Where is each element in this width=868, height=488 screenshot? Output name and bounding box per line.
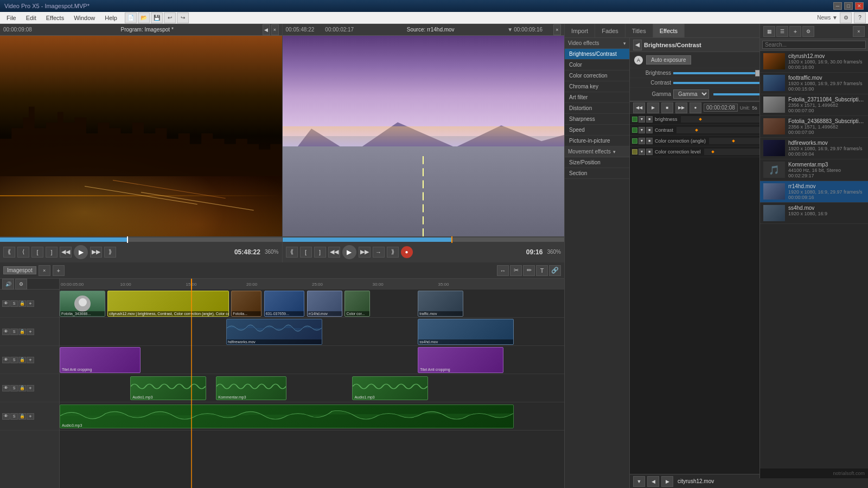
effect-color[interactable]: Color: [565, 60, 629, 70]
kf-prev[interactable]: ◀◀: [633, 102, 645, 113]
prog-ctrl-end[interactable]: ⟫: [104, 247, 116, 258]
kf-ctrl-cc-angle-2[interactable]: ■: [646, 138, 653, 144]
media-nav-left[interactable]: ◀: [647, 476, 659, 487]
media-item-kommentar[interactable]: 🎵 Kommentar.mp3 44100 Hz, 16 bit, Stereo…: [760, 159, 868, 181]
media-item-ss4hd[interactable]: ss4hd.mov 1920 x 1080, 16:9: [760, 203, 868, 224]
mp-grid-view[interactable]: ▦: [763, 26, 775, 37]
menu-item-help[interactable]: Help: [100, 14, 122, 22]
media-item-cityrush[interactable]: cityrush12.mov 1920 x 1080, 16:9, 30.00 …: [760, 51, 868, 73]
clip-audio3[interactable]: Audio3.mp3: [60, 404, 514, 428]
effect-section[interactable]: Section: [565, 168, 629, 179]
redo-icon[interactable]: ↪: [177, 12, 189, 23]
prog-ctrl-2[interactable]: ⟨: [17, 247, 29, 258]
track-a1-lock[interactable]: 🔒: [18, 385, 26, 391]
undo-icon[interactable]: ↩: [164, 12, 176, 23]
kf-next[interactable]: ▶▶: [675, 102, 687, 113]
source-expand-icon[interactable]: ×: [553, 24, 561, 35]
kf-play[interactable]: ▶: [647, 102, 659, 113]
open-icon[interactable]: 📂: [138, 12, 150, 23]
prog-out-point[interactable]: ]: [46, 247, 58, 258]
program-progress-bar[interactable]: [0, 236, 282, 241]
kf-stop[interactable]: ■: [661, 102, 673, 113]
clip-traffic[interactable]: traffic.mov: [418, 291, 463, 317]
kf-ctrl-brightness-2[interactable]: ■: [646, 116, 653, 123]
auto-exposure-button[interactable]: Auto exposure: [646, 55, 691, 65]
clip-audio1-1[interactable]: Audio1.mp3: [130, 376, 206, 400]
minimize-button[interactable]: ─: [833, 2, 842, 10]
mp-add[interactable]: +: [789, 26, 801, 37]
kf-ctrl-contrast-2[interactable]: ■: [646, 127, 653, 133]
track-a1-s[interactable]: S: [10, 385, 18, 391]
effects-nav-left[interactable]: ◀: [633, 40, 642, 50]
kf-record[interactable]: ●: [690, 102, 701, 113]
effect-brightness-contrast[interactable]: Brightness/Contrast: [565, 49, 629, 60]
tl-tool-1[interactable]: ↔: [497, 265, 509, 276]
track-v1-add[interactable]: +: [27, 300, 34, 307]
tl-tool-3[interactable]: ✏: [523, 265, 535, 276]
kf-eye-cc-level[interactable]: [632, 149, 637, 155]
kf-eye-brightness[interactable]: [632, 117, 637, 122]
track-v1-s[interactable]: S: [10, 300, 18, 307]
timeline-content[interactable]: 00:00:05:00 10:00 15:00 20:00 25:00 30:0…: [60, 279, 564, 488]
media-item-hdfireworks[interactable]: hdfireworks.mov 1920 x 1080, 16:9, 29.97…: [760, 138, 868, 159]
src-to-program[interactable]: →: [373, 247, 385, 258]
kf-eye-contrast[interactable]: [632, 127, 637, 133]
help-icon[interactable]: ?: [854, 12, 866, 23]
media-nav-right[interactable]: ▶: [661, 476, 673, 487]
media-search-input[interactable]: [762, 41, 866, 49]
media-item-fotolia2[interactable]: Fotolia_24368883_Subscription_L.jpg 2356…: [760, 116, 868, 138]
clip-fotolia2[interactable]: Fotolia...: [231, 291, 261, 317]
master-settings[interactable]: ⚙: [15, 279, 27, 290]
kf-ctrl-contrast-1[interactable]: ▼: [639, 127, 645, 133]
media-item-foottraffic[interactable]: foottraffic.mov 1920 x 1080, 16:9, 29.97…: [760, 73, 868, 94]
movement-effects-header[interactable]: Movement effects ▾: [565, 146, 629, 157]
clip-color-cor[interactable]: Color cor...: [344, 291, 370, 317]
track-v2-eye[interactable]: 👁: [2, 329, 10, 335]
tab-import[interactable]: Import: [565, 24, 595, 37]
menu-item-edit[interactable]: Edit: [22, 14, 41, 22]
src-next[interactable]: ▶▶: [359, 247, 371, 258]
news-button[interactable]: News ▼: [817, 15, 838, 21]
kf-ctrl-brightness-1[interactable]: ▼: [639, 116, 645, 123]
track-a2-s[interactable]: S: [10, 413, 18, 420]
menu-item-effects[interactable]: Effects: [42, 14, 68, 22]
media-nav-down[interactable]: ▼: [633, 476, 645, 487]
src-out-point[interactable]: ]: [314, 247, 326, 258]
effect-art-filter[interactable]: Art filter: [565, 92, 629, 103]
mp-list-view[interactable]: ☰: [776, 26, 788, 37]
src-in-point[interactable]: [: [300, 247, 312, 258]
effect-speed[interactable]: Speed: [565, 125, 629, 136]
src-prev[interactable]: ◀◀: [328, 247, 340, 258]
program-menu-icon[interactable]: ◀: [263, 24, 270, 35]
track-v2-s[interactable]: S: [10, 329, 18, 335]
effect-pip[interactable]: Picture-in-picture: [565, 136, 629, 146]
source-dropdown[interactable]: ▼: [507, 27, 513, 33]
effect-sharpness[interactable]: Sharpness: [565, 114, 629, 125]
tab-titles[interactable]: Titles: [626, 24, 653, 37]
effect-size-position[interactable]: Size/Position: [565, 157, 629, 168]
track-v1-eye[interactable]: 👁: [2, 300, 10, 307]
tl-add[interactable]: +: [53, 265, 65, 276]
timeline-playhead[interactable]: [191, 279, 192, 290]
clip-fotolia[interactable]: Fotolia_343688...: [60, 291, 105, 317]
prog-in-point[interactable]: [: [31, 247, 43, 258]
video-effects-header[interactable]: Video effects ▾: [565, 38, 629, 49]
save-icon[interactable]: 💾: [151, 12, 163, 23]
track-a1-add[interactable]: +: [27, 385, 34, 391]
track-t1-add[interactable]: +: [27, 357, 34, 363]
menu-item-window[interactable]: Window: [69, 14, 99, 22]
prog-ctrl-1[interactable]: ⟪: [3, 247, 15, 258]
project-name[interactable]: Imagespot: [3, 266, 36, 274]
program-play-button[interactable]: ▶: [74, 245, 88, 259]
clip-631[interactable]: 631-037659...: [264, 291, 304, 317]
track-v2-add[interactable]: +: [27, 329, 34, 335]
tab-fades[interactable]: Fades: [595, 24, 626, 37]
mp-close[interactable]: ×: [853, 26, 865, 37]
track-a2-add[interactable]: +: [27, 413, 34, 420]
volume-icon[interactable]: 🔊: [2, 279, 14, 290]
close-button[interactable]: ✕: [855, 2, 864, 10]
track-v2-lock[interactable]: 🔒: [18, 329, 26, 335]
effect-chroma-key[interactable]: Chroma key: [565, 81, 629, 92]
effect-color-correction[interactable]: Color correction: [565, 70, 629, 81]
kf-ctrl-cc-level-1[interactable]: ▼: [639, 149, 645, 155]
